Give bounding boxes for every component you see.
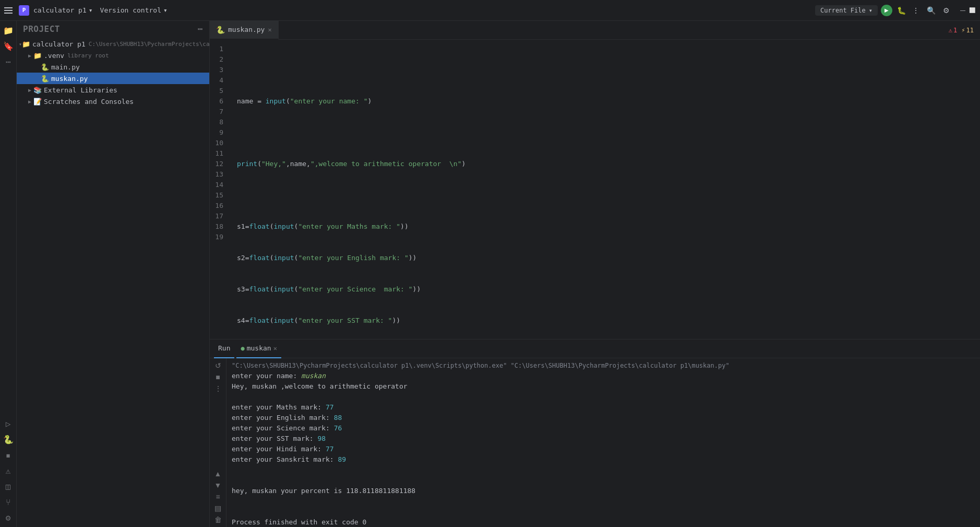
sidebar-item-bookmarks[interactable]: 🔖 bbox=[1, 39, 16, 53]
problems-panel-icon[interactable]: ⚠ bbox=[1, 463, 16, 478]
output-blank-3 bbox=[231, 475, 976, 486]
tree-item-venv[interactable]: ▶ 📁 .venv library root bbox=[17, 50, 209, 61]
run-tab-run[interactable]: Run bbox=[214, 339, 234, 358]
window-controls: — ⬜ bbox=[959, 7, 976, 14]
stop-button[interactable]: ■ bbox=[213, 372, 222, 382]
tree-item-calculator-p1[interactable]: ▾ 📁 calculator p1 C:\Users\SHUBH13\Pycha… bbox=[17, 38, 209, 50]
run-panel: Run ● muskan ✕ ↺ ■ ⋮ ▲ ▼ ≡ ▤ bbox=[210, 339, 980, 527]
folder-icon-calculator: 📁 bbox=[22, 40, 30, 48]
git-panel-icon[interactable]: ⑂ bbox=[1, 495, 16, 509]
tab-close-button[interactable]: ✕ bbox=[268, 26, 271, 33]
titlebar-right: Current File ▾ ▶ 🐛 ⋮ 🔍 ⚙ — ⬜ bbox=[815, 5, 976, 16]
titlebar-left: P calculator p1 ▾ Version control ▾ bbox=[4, 5, 171, 16]
output-blank-1 bbox=[231, 392, 976, 402]
scroll-to-top-button[interactable]: ▲ bbox=[212, 469, 224, 479]
filter-button[interactable]: ▤ bbox=[212, 503, 223, 513]
output-line-welcome: Hey, muskan ,welcome to arithmetic opera… bbox=[231, 381, 976, 392]
run-icon[interactable]: ▷ bbox=[1, 416, 16, 431]
editor-area: 🐍 muskan.py ✕ ⚠ 1 ⚡ 11 1 2 3 bbox=[210, 21, 980, 527]
file-icon-muskan: 🐍 bbox=[41, 75, 49, 83]
code-line-1 bbox=[233, 65, 980, 75]
sidebar-header: Project ⋯ bbox=[17, 21, 209, 37]
activity-bar: 📁 🔖 ⋯ ▷ 🐍 ▪ ⚠ ◫ ⑂ ⚙ bbox=[0, 21, 17, 527]
editor-tabs: 🐍 muskan.py ✕ ⚠ 1 ⚡ 11 bbox=[210, 21, 980, 40]
ext-libs-icon: 📚 bbox=[33, 86, 42, 94]
run-tab-label: Run bbox=[218, 344, 230, 352]
sidebar-tree: ▾ 📁 calculator p1 C:\Users\SHUBH13\Pycha… bbox=[17, 37, 209, 527]
run-panel-left-panel: ↺ ■ ⋮ ▲ ▼ ≡ ▤ 🗑 "C:\Users\SHUBH13\Pychar… bbox=[210, 358, 980, 527]
run-tab-close-button[interactable]: ✕ bbox=[273, 345, 277, 352]
code-line-3 bbox=[233, 127, 980, 138]
output-maths: enter your Maths mark: 77 bbox=[231, 402, 976, 413]
expand-arrow-venv: ▶ bbox=[26, 52, 33, 59]
run-output: "C:\Users\SHUBH13\PycharmProjects\calcul… bbox=[226, 358, 980, 527]
debug-button[interactable]: 🐛 bbox=[895, 5, 907, 16]
scroll-to-bottom-button[interactable]: ▼ bbox=[212, 480, 224, 490]
code-line-2: name = input("enter your name: ") bbox=[233, 96, 980, 107]
code-line-5 bbox=[233, 190, 980, 201]
version-control-button[interactable]: Version control ▾ bbox=[97, 5, 171, 15]
find-button[interactable]: 🔍 bbox=[925, 5, 938, 16]
more-options-button[interactable]: ⋮ bbox=[910, 5, 922, 16]
code-line-4: print("Hey,",name,",welcome to arithmeti… bbox=[233, 159, 980, 169]
minimize-button[interactable]: — bbox=[959, 7, 966, 14]
line-numbers: 1 2 3 4 5 6 7 8 9 10 11 12 13 14 15 16 1… bbox=[210, 40, 233, 339]
tab-muskan-py[interactable]: 🐍 muskan.py ✕ bbox=[210, 21, 279, 40]
project-name-button[interactable]: calculator p1 ▾ bbox=[33, 6, 93, 14]
editor-top-right: ⚠ 1 ⚡ 11 bbox=[949, 27, 980, 34]
run-tab-muskan[interactable]: ● muskan ✕ bbox=[236, 339, 281, 358]
scratches-icon: 📝 bbox=[33, 98, 42, 106]
python-icon[interactable]: 🐍 bbox=[1, 432, 16, 447]
output-science: enter your Science mark: 76 bbox=[231, 423, 976, 434]
settings-button[interactable]: ⚙ bbox=[941, 5, 952, 16]
output-hindi: enter your Hindi mark: 77 bbox=[231, 444, 976, 454]
tree-item-main-py[interactable]: ▶ 🐍 main.py bbox=[17, 61, 209, 73]
run-config-selector[interactable]: Current File ▾ bbox=[815, 5, 878, 16]
output-percent: hey, muskan your percent is 118.81188118… bbox=[231, 486, 976, 496]
code-line-9: s4=float(input("enter your SST mark: ")) bbox=[233, 315, 980, 326]
main-layout: 📁 🔖 ⋯ ▷ 🐍 ▪ ⚠ ◫ ⑂ ⚙ Project ⋯ ▾ 📁 calcul… bbox=[0, 21, 980, 527]
code-editor[interactable]: 1 2 3 4 5 6 7 8 9 10 11 12 13 14 15 16 1… bbox=[210, 40, 980, 339]
sidebar-options-icon[interactable]: ⋯ bbox=[198, 24, 203, 34]
sidebar: Project ⋯ ▾ 📁 calculator p1 C:\Users\SHU… bbox=[17, 21, 210, 527]
code-lines[interactable]: name = input("enter your name: ") print(… bbox=[233, 40, 980, 339]
code-line-8: s3=float(input("enter your Science mark:… bbox=[233, 284, 980, 295]
hamburger-menu-button[interactable] bbox=[4, 5, 15, 16]
run-button[interactable]: ▶ bbox=[881, 5, 892, 16]
tree-item-muskan-py[interactable]: ▶ 🐍 muskan.py bbox=[17, 73, 209, 84]
clear-button[interactable]: 🗑 bbox=[212, 514, 224, 525]
run-panel-left-bar: ↺ ■ ⋮ ▲ ▼ ≡ ▤ 🗑 bbox=[210, 358, 226, 527]
output-sanskrit: enter your Sanskrit mark: 89 bbox=[231, 454, 976, 465]
file-icon-main: 🐍 bbox=[41, 63, 49, 71]
folder-icon-venv: 📁 bbox=[33, 52, 42, 60]
output-exit: Process finished with exit code 0 bbox=[231, 517, 976, 527]
code-line-7: s2=float(input("enter your English mark:… bbox=[233, 253, 980, 263]
settings-panel-icon[interactable]: ⚙ bbox=[1, 510, 16, 525]
output-english: enter your English mark: 88 bbox=[231, 413, 976, 423]
terminal-icon[interactable]: ▪ bbox=[1, 448, 16, 462]
restore-button[interactable]: ⬜ bbox=[969, 7, 976, 14]
error-count: ⚠ 1 bbox=[949, 27, 957, 34]
expand-arrow-ext: ▶ bbox=[26, 86, 33, 93]
services-icon[interactable]: ◫ bbox=[1, 479, 16, 494]
output-sst: enter your SST mark: 98 bbox=[231, 434, 976, 444]
tree-item-external-libs[interactable]: ▶ 📚 External Libraries bbox=[17, 84, 209, 96]
sidebar-item-project[interactable]: 📁 bbox=[1, 23, 16, 38]
output-cmd-line: "C:\Users\SHUBH13\PycharmProjects\calcul… bbox=[231, 360, 976, 371]
run-panel-tabs: Run ● muskan ✕ bbox=[210, 339, 980, 358]
tree-item-scratches[interactable]: ▶ 📝 Scratches and Consoles bbox=[17, 96, 209, 107]
sidebar-item-more[interactable]: ⋯ bbox=[1, 54, 16, 69]
titlebar: P calculator p1 ▾ Version control ▾ Curr… bbox=[0, 0, 980, 21]
restart-button[interactable]: ↺ bbox=[213, 360, 223, 371]
output-line-name-prompt: enter your name: muskan bbox=[231, 371, 976, 381]
soft-wrap-button[interactable]: ≡ bbox=[213, 491, 222, 502]
more-button[interactable]: ⋮ bbox=[212, 383, 224, 394]
tab-file-icon: 🐍 bbox=[216, 26, 225, 34]
output-blank-5 bbox=[231, 507, 976, 517]
output-blank-2 bbox=[231, 465, 976, 475]
expand-arrow-scratches: ▶ bbox=[26, 98, 33, 105]
code-line-6: s1=float(input("enter your Maths mark: "… bbox=[233, 221, 980, 232]
warning-count: ⚡ 11 bbox=[961, 27, 974, 34]
output-blank-4 bbox=[231, 496, 976, 507]
project-icon: P bbox=[19, 5, 29, 16]
